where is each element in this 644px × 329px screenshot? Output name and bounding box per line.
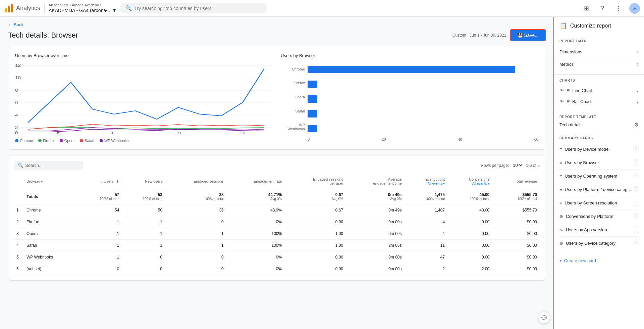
svg-rect-0 — [5, 8, 7, 12]
totals-engaged: 38100% of total — [165, 189, 226, 204]
bar-row-wp — [308, 125, 538, 132]
nav-title: Analytics — [16, 5, 40, 12]
metrics-chevron: › — [637, 61, 639, 67]
report-data-section: REPORT DATA Dimensions › Metrics › — [554, 35, 644, 75]
metrics-row[interactable]: Metrics › — [559, 58, 639, 70]
device-model-label: Users by Device model — [565, 147, 610, 152]
os-more[interactable]: ⋮ — [633, 173, 639, 179]
col-eng-per-user: Engaged sessionsper user — [284, 174, 346, 189]
legend-dot-firefox — [38, 139, 42, 142]
main-layout: ← Back Tech details: Browser Custom Jun … — [0, 17, 644, 329]
device-category-more[interactable]: ⋮ — [633, 240, 639, 246]
bar-x-labels: 0 20 40 60 — [281, 137, 538, 141]
app-version-more[interactable]: ⋮ — [633, 227, 639, 233]
table-search-input[interactable] — [25, 163, 79, 168]
totals-eng-rate: 44.71%Avg 0% — [226, 189, 284, 204]
totals-avg-time: 0m 49sAvg 0% — [346, 189, 404, 204]
line-chart-label: Line Chart — [572, 88, 592, 93]
avatar[interactable]: A — [629, 3, 640, 14]
col-browser[interactable]: Browser ▾ — [24, 174, 79, 189]
apps-icon[interactable]: ⊞ — [581, 3, 592, 14]
platform-device-icon: ≡ — [559, 187, 562, 192]
line-chart-svg: 12 10 8 6 4 2 0 — [15, 62, 273, 136]
totals-new-users: 53100% of total — [122, 189, 165, 204]
back-link[interactable]: ← Back — [8, 22, 545, 27]
bar-chart-chevron: › — [637, 99, 639, 104]
totals-revenue: $555.70100% of total — [492, 189, 540, 204]
search-input[interactable] — [135, 6, 262, 11]
screen-res-icon: ≡ — [559, 200, 562, 205]
customize-icon: 📋 — [559, 22, 567, 30]
page-title: Tech details: Browser — [8, 31, 78, 40]
browser-more[interactable]: ⋮ — [633, 159, 639, 166]
eye-icon-line[interactable]: 👁 — [559, 88, 564, 93]
summary-card-app-version: ∿ Users by App version ⋮ — [559, 223, 639, 237]
bar-row-opera — [308, 95, 538, 103]
summary-card-device-model: ≡ Users by Device model ⋮ — [559, 143, 639, 156]
col-revenue: Total revenue — [492, 174, 540, 189]
template-label: REPORT TEMPLATE — [559, 115, 639, 119]
svg-text:4: 4 — [15, 113, 18, 117]
summary-card-device-category: ⊕ Users by Device category ⋮ — [559, 237, 639, 250]
charts-panel-section: CHARTS 👁 ≡ Line Chart › 👁 ≡ Bar Chart › — [554, 75, 644, 111]
conversions-platform-label: Conversions by Platform — [566, 214, 613, 219]
chart-option-line[interactable]: 👁 ≡ Line Chart › — [559, 85, 639, 96]
eye-icon-bar[interactable]: 👁 — [559, 99, 564, 104]
account-selector[interactable]: All accounts › Arbona Akademija AKADEMIJ… — [44, 3, 116, 13]
bar-chart-area: Chrome Firefox Opera Safari WP Webhooks — [281, 62, 538, 136]
bar-row-chrome — [308, 66, 538, 73]
totals-events: 1,475100% of total — [405, 189, 447, 204]
account-dropdown[interactable]: AKADEMIJA - GA4 (arbona-... ▾ — [49, 7, 116, 13]
totals-label: Totals — [24, 189, 79, 204]
table-search[interactable]: 🔍 — [14, 161, 83, 170]
dimensions-row[interactable]: Dimensions › — [559, 46, 639, 58]
dimensions-chevron: › — [637, 49, 639, 54]
svg-text:19: 19 — [176, 131, 181, 135]
help-icon[interactable]: ? — [597, 3, 608, 14]
device-category-label: Users by Device category — [566, 241, 615, 246]
bar-fill-chrome — [308, 66, 515, 73]
legend-wp-webhooks: WP Webhooks — [100, 139, 128, 143]
bar-fill-opera — [308, 95, 317, 103]
event-count-filter[interactable]: All events ▾ — [428, 182, 445, 185]
col-users[interactable]: ↓ Users + — [79, 174, 122, 189]
summary-cards-label: SUMMARY CARDS — [559, 136, 639, 140]
template-name: Tech details — [559, 122, 583, 127]
rows-per-page-select[interactable]: 10 25 50 — [512, 162, 523, 168]
chart-section: Users by Browser over time 12 — [8, 46, 545, 150]
chart-option-bar[interactable]: 👁 ≡ Bar Chart › — [559, 96, 639, 107]
svg-text:12: 12 — [111, 131, 117, 135]
screen-res-more[interactable]: ⋮ — [633, 200, 639, 206]
totals-row: Totals 57100% of total 53100% of total 3… — [14, 189, 540, 204]
search-bar[interactable]: 🔍 — [120, 3, 267, 13]
legend-dot-wp — [100, 139, 103, 142]
table-row: 5 WP Webhooks 1 0 0 0% 0.00 0m 00s 47 0.… — [14, 251, 540, 263]
more-icon[interactable]: ⋮ — [613, 3, 624, 14]
table-row: 4 Safari 1 1 1 100% 1.00 2m 05s 11 0.00 … — [14, 240, 540, 251]
table-header: Browser ▾ ↓ Users + New users Engaged se… — [14, 174, 540, 189]
create-card-row[interactable]: + Create new card — [554, 254, 644, 267]
bar-fill-wp — [308, 125, 317, 132]
col-engagement-rate: Engagement rate — [226, 174, 284, 189]
table-row: 3 Opera 1 1 1 100% 1.00 0m 00s 4 0.00 $0… — [14, 228, 540, 240]
template-settings-icon[interactable]: ⚙ — [634, 122, 639, 128]
svg-text:10: 10 — [15, 76, 21, 80]
legend-safari: Safari — [80, 139, 94, 143]
charts-label: CHARTS — [559, 79, 639, 82]
svg-text:8: 8 — [15, 88, 18, 93]
analytics-logo — [4, 4, 13, 13]
platform-device-more[interactable]: ⋮ — [633, 186, 639, 193]
line-chart-chevron: › — [637, 88, 639, 93]
metrics-label: Metrics — [559, 62, 574, 67]
feedback-button[interactable]: 💬 — [538, 312, 550, 324]
bar-chart-title: Users by Browser — [281, 53, 538, 58]
table-body: Totals 57100% of total 53100% of total 3… — [14, 189, 540, 275]
totals-eng-per: 0.67Avg 0% — [284, 189, 346, 204]
conversions-filter[interactable]: All events ▾ — [472, 182, 489, 185]
table-row: 2 Firefox 1 1 0 0% 0.00 0m 00s 4 0.00 $0… — [14, 216, 540, 228]
search-icon: 🔍 — [125, 5, 132, 11]
device-model-more[interactable]: ⋮ — [633, 146, 639, 152]
conversions-platform-more[interactable]: ⋮ — [633, 213, 639, 220]
browser-icon: ≡ — [559, 160, 562, 165]
save-button[interactable]: 💾 Save... — [511, 30, 545, 41]
